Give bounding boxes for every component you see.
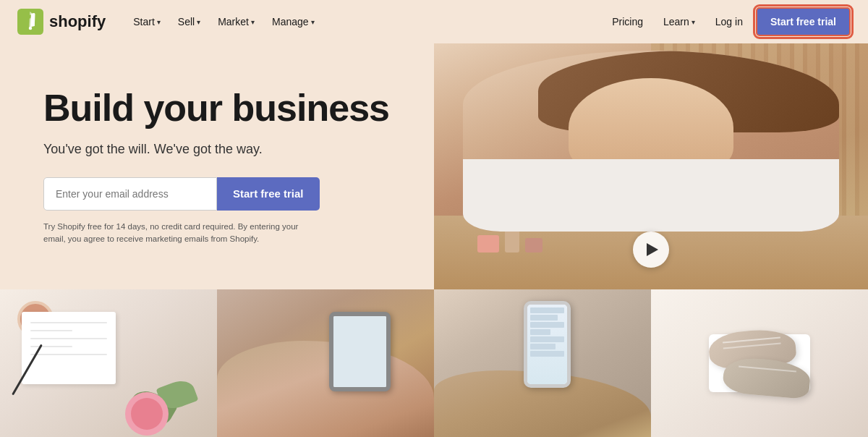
shoe-pair — [702, 331, 817, 396]
gallery-item-tablet — [217, 289, 434, 437]
hero-subtitle: You've got the will. We've got the way. — [43, 142, 398, 157]
table-item-box — [477, 235, 499, 253]
table-item-box2 — [525, 238, 542, 253]
nav-item-start[interactable]: Start ▾ — [126, 10, 168, 33]
book-line — [30, 346, 72, 347]
hero-left-content: Build your business You've got the will.… — [0, 43, 434, 289]
nav-learn-link[interactable]: Learn ▾ — [656, 10, 702, 33]
book-line — [30, 338, 107, 339]
phone-image — [434, 289, 651, 437]
phone-row — [530, 336, 564, 342]
phone-row — [530, 322, 564, 328]
tablet-device — [329, 312, 391, 391]
book-lines — [22, 312, 116, 372]
hero-section: Build your business You've got the will.… — [0, 43, 868, 289]
book-line — [30, 330, 72, 331]
play-button[interactable] — [633, 232, 669, 268]
logo-link[interactable]: shopify — [17, 9, 106, 35]
nav-item-sell[interactable]: Sell ▾ — [171, 10, 208, 33]
chevron-down-icon: ▾ — [157, 18, 161, 26]
chevron-down-icon: ▾ — [311, 18, 315, 26]
phone-screen — [527, 305, 567, 384]
nav-right-items: Pricing Learn ▾ Log in Start free trial — [602, 7, 851, 36]
nav-trial-button[interactable]: Start free trial — [756, 7, 851, 36]
hero-image-area — [434, 43, 868, 289]
book-line — [30, 322, 107, 323]
logo-text: shopify — [49, 12, 106, 31]
phone-row — [530, 307, 564, 313]
shoes-image — [651, 289, 868, 437]
phone-row — [530, 329, 550, 335]
shoe-lace — [723, 343, 781, 349]
phone-row — [530, 344, 556, 349]
shopify-logo-icon — [17, 9, 43, 35]
hero-title: Build your business — [43, 88, 398, 129]
phone-row — [530, 351, 564, 357]
gallery-section — [0, 289, 868, 437]
shoe-lace — [739, 366, 796, 373]
tablet-screen — [333, 316, 386, 387]
phone-device — [524, 301, 571, 388]
navigation: shopify Start ▾ Sell ▾ Market ▾ Manage ▾… — [0, 0, 868, 43]
nav-item-market[interactable]: Market ▾ — [210, 10, 262, 33]
hero-trial-button[interactable]: Start free trial — [217, 177, 320, 211]
svg-point-1 — [29, 27, 33, 30]
email-input[interactable] — [43, 177, 217, 211]
nav-pricing-link[interactable]: Pricing — [602, 10, 653, 33]
phone-row — [530, 315, 558, 321]
nav-left-items: Start ▾ Sell ▾ Market ▾ Manage ▾ — [126, 10, 602, 33]
shirt-shape — [463, 159, 839, 232]
person-figure — [463, 51, 839, 232]
gallery-item-shoes — [651, 289, 868, 437]
tablet-image — [217, 289, 434, 437]
flower-decoration — [131, 398, 163, 430]
hero-disclaimer: Try Shopify free for 14 days, no credit … — [43, 221, 318, 246]
nav-item-manage[interactable]: Manage ▾ — [265, 10, 322, 33]
shoe-lace — [723, 337, 780, 344]
chevron-down-icon: ▾ — [251, 18, 255, 26]
book-line — [30, 354, 107, 355]
nav-login-link[interactable]: Log in — [705, 10, 753, 33]
gallery-item-phone — [434, 289, 651, 437]
gallery-item-notebook — [0, 289, 217, 437]
hands-area — [217, 341, 434, 437]
chevron-down-icon: ▾ — [197, 18, 200, 26]
chevron-down-icon: ▾ — [692, 18, 695, 26]
book — [22, 312, 116, 384]
hero-signup-form: Start free trial — [43, 177, 398, 211]
shoe-right — [722, 356, 812, 399]
notebook-image — [0, 289, 217, 437]
play-icon — [647, 243, 658, 256]
